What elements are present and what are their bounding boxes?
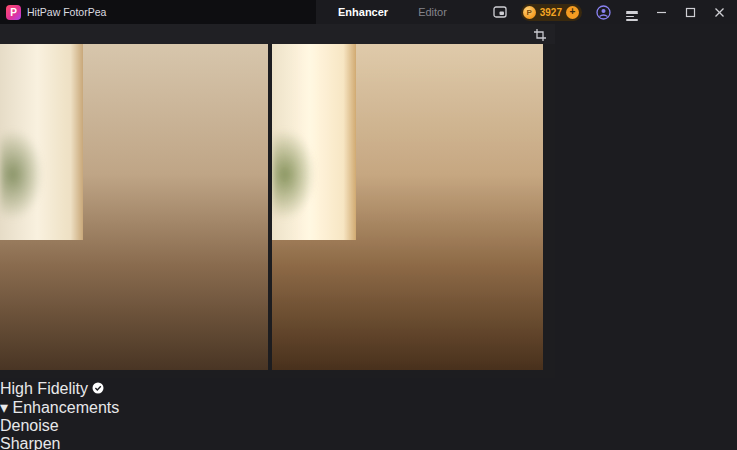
model-option-high-fidelity[interactable]: High Fidelity — [0, 380, 737, 398]
screen-share-icon[interactable] — [492, 4, 508, 20]
scene-foliage — [272, 129, 315, 220]
account-icon[interactable] — [595, 4, 611, 20]
titlebar-actions: P 3927 + — [492, 4, 737, 21]
scene-wood-cabinet — [351, 44, 440, 253]
enhancements-label: Enhancements — [12, 399, 119, 416]
denoise-row: Denoise — [0, 417, 737, 435]
after-image[interactable] — [272, 44, 543, 370]
titlebar: P HitPaw FotorPea Enhancer Editor P 3927… — [0, 0, 737, 24]
close-button[interactable] — [711, 4, 727, 20]
credits-count: 3927 — [540, 7, 562, 18]
sharpen-label: Sharpen — [0, 435, 61, 450]
add-credits-button[interactable]: + — [566, 6, 579, 19]
sharpen-row: Sharpen — [0, 435, 737, 450]
denoise-label: Denoise — [0, 417, 59, 434]
titlebar-left: P HitPaw FotorPea — [0, 0, 316, 24]
coin-icon: P — [523, 6, 536, 19]
enhancements-section: ▾ Enhancements Denoise Sharpen — [0, 398, 737, 450]
scene-wood-cabinet — [78, 44, 166, 253]
menu-icon[interactable] — [624, 4, 640, 20]
tab-editor[interactable]: Editor — [412, 0, 453, 24]
minimize-button[interactable] — [653, 4, 669, 20]
before-image[interactable]: Before — [0, 44, 268, 370]
viewer-area: Before — [0, 24, 555, 378]
scene-foliage — [0, 129, 43, 220]
tab-enhancer[interactable]: Enhancer — [332, 0, 394, 24]
crop-icon[interactable] — [532, 27, 547, 42]
before-scene — [0, 44, 268, 370]
app-logo-icon: P — [6, 5, 21, 20]
check-circle-icon — [92, 382, 104, 394]
maximize-button[interactable] — [682, 4, 698, 20]
viewer-toolbar — [0, 24, 555, 44]
enhancements-header[interactable]: ▾ Enhancements — [0, 398, 737, 417]
caret-down-icon[interactable]: ▾ — [0, 399, 8, 416]
app-name: HitPaw FotorPea — [27, 6, 106, 18]
after-scene — [272, 44, 543, 370]
compare-panes: Before — [0, 44, 543, 370]
credits-badge[interactable]: P 3927 + — [521, 4, 582, 21]
